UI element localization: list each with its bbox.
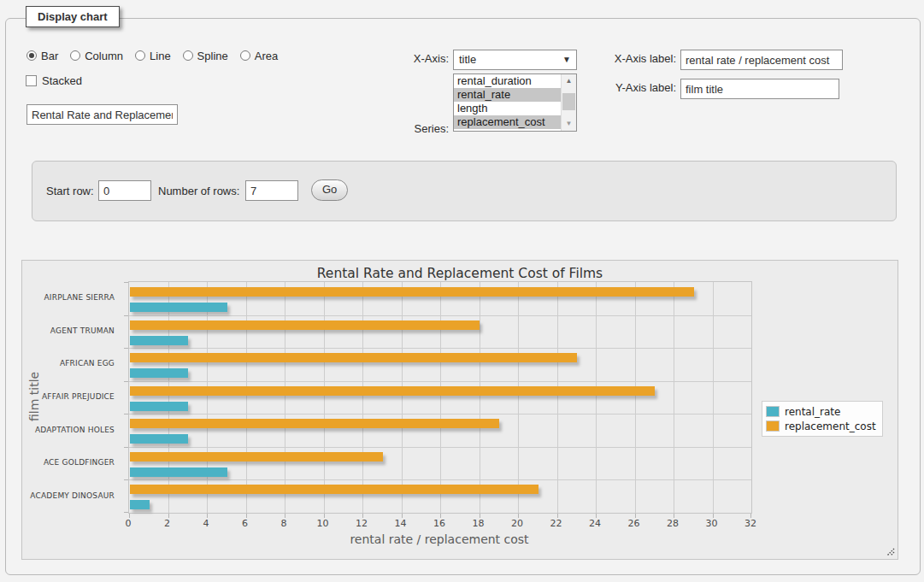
y-category-labels: AIRPLANE SIERRAAGENT TRUMANAFRICAN EGGAF…	[22, 281, 121, 512]
number-of-rows-label: Number of rows:	[158, 182, 239, 201]
gridline-y	[129, 348, 751, 349]
chart-type-radio-column[interactable]	[70, 50, 80, 61]
x-tick-label: 32	[744, 518, 756, 529]
number-of-rows-input[interactable]	[245, 180, 298, 201]
y-axis-tick	[124, 479, 128, 480]
chart-type-label: Spline	[197, 50, 228, 62]
chart-type-radio-area[interactable]	[240, 50, 250, 61]
chart-type-label: Column	[85, 50, 123, 62]
x-axis-select[interactable]: title ▼	[453, 50, 577, 70]
page: Display chart BarColumnLineSplineArea St…	[0, 0, 924, 582]
series-option-length[interactable]: length	[454, 102, 562, 115]
y-axis-tick	[124, 348, 128, 349]
gridline-y	[129, 381, 751, 382]
display-chart-fieldset: BarColumnLineSplineArea Stacked X-Axis: …	[5, 18, 921, 575]
x-tick-label: 30	[706, 518, 718, 529]
gridline-x	[635, 282, 636, 513]
y-axis-tick	[124, 414, 128, 414]
x-axis-label-field-label: X-Axis label:	[570, 50, 676, 68]
legend-label: rental_rate	[785, 406, 840, 418]
x-tick-label: 20	[511, 518, 523, 529]
y-axis-label-input[interactable]	[680, 79, 839, 99]
chart-type-label: Bar	[41, 50, 58, 62]
stacked-checkbox[interactable]	[26, 75, 37, 86]
x-axis-title: rental rate / replacement cost	[128, 532, 750, 546]
y-axis-tick	[124, 447, 128, 448]
gridline-x	[246, 282, 247, 513]
x-axis-label-input[interactable]	[680, 50, 843, 70]
gridline-x	[402, 282, 403, 513]
gridline-x	[480, 282, 480, 513]
chart-type-label: Area	[255, 50, 278, 62]
go-button[interactable]: Go	[311, 179, 348, 201]
series-option-rental_duration[interactable]: rental_duration	[454, 74, 562, 88]
stacked-option[interactable]: Stacked	[26, 72, 82, 91]
y-axis-tick	[124, 512, 128, 513]
bar-rental_rate	[130, 500, 150, 509]
x-tick-label: 4	[203, 518, 209, 529]
y-axis-tick	[124, 315, 128, 316]
gridline-y	[129, 315, 751, 316]
chart-type-option-column[interactable]: Column	[70, 50, 123, 62]
legend-item-replacement_cost: replacement_cost	[766, 419, 876, 433]
resize-grip-icon[interactable]	[886, 547, 895, 556]
bar-rental_rate	[130, 402, 188, 411]
x-tick-label: 10	[317, 518, 329, 529]
y-axis-label-field-label: Y-Axis label:	[570, 79, 676, 97]
bar-rental_rate	[130, 368, 188, 378]
legend-item-rental_rate: rental_rate	[766, 404, 876, 419]
chart-type-radio-bar[interactable]	[26, 50, 37, 61]
x-tick-label: 26	[628, 518, 640, 529]
start-row-input[interactable]	[98, 180, 151, 201]
plot-area	[128, 281, 752, 514]
gridline-x	[674, 282, 674, 513]
bar-replacement_cost	[130, 320, 480, 330]
bar-rental_rate	[130, 467, 227, 477]
bar-replacement_cost	[130, 485, 539, 494]
gridline-x	[557, 282, 558, 513]
x-tick-label: 14	[395, 518, 407, 529]
gridline-x	[596, 282, 597, 513]
chart-type-label: Line	[150, 50, 171, 62]
series-options: rental_durationrental_ratelengthreplacem…	[454, 74, 562, 131]
chart-legend: rental_ratereplacement_cost	[762, 401, 883, 437]
legend-swatch	[766, 406, 780, 417]
x-tick-label: 28	[667, 518, 679, 529]
x-tick-label: 12	[356, 518, 368, 529]
series-option-replacement_cost[interactable]: replacement_cost	[454, 115, 562, 129]
gridline-x	[362, 282, 363, 513]
gridline-x	[440, 282, 441, 513]
chart-type-option-bar[interactable]: Bar	[26, 50, 58, 62]
bar-replacement_cost	[130, 452, 383, 461]
y-category-label: AFFAIR PREJUDICE	[42, 392, 115, 401]
series-option-rental_rate[interactable]: rental_rate	[454, 88, 562, 102]
scroll-down-icon[interactable]: ▼	[562, 117, 576, 131]
x-tick-labels: 02468101214161820222426283032	[128, 518, 750, 530]
bar-rental_rate	[130, 434, 188, 444]
row-controls-panel: Start row: Number of rows: Go	[32, 161, 897, 221]
chart-type-radio-spline[interactable]	[183, 50, 193, 61]
x-tick-label: 22	[550, 518, 562, 529]
y-category-label: ACADEMY DINOSAUR	[30, 491, 115, 500]
y-axis-tick	[124, 282, 128, 283]
chart-type-option-line[interactable]: Line	[135, 50, 171, 62]
gridline-y	[129, 479, 751, 480]
y-category-label: AIRPLANE SIERRA	[44, 293, 115, 302]
chart-type-option-area[interactable]: Area	[240, 50, 278, 62]
bar-rental_rate	[130, 336, 188, 345]
gridline-x	[324, 282, 325, 513]
x-tick-label: 0	[126, 518, 132, 529]
gridline-x	[207, 282, 208, 513]
gridline-x	[518, 282, 519, 513]
chart-type-radio-line[interactable]	[135, 50, 145, 61]
y-category-label: AFRICAN EGG	[60, 359, 115, 367]
gridline-x	[713, 282, 714, 513]
chart-type-option-spline[interactable]: Spline	[183, 50, 228, 62]
chart-type-radio-group: BarColumnLineSplineArea	[26, 47, 290, 64]
chart-title-input[interactable]	[26, 104, 178, 125]
series-multiselect[interactable]: rental_durationrental_ratelengthreplacem…	[453, 73, 577, 132]
bar-rental_rate	[130, 303, 227, 312]
bar-replacement_cost	[130, 287, 694, 297]
bar-replacement_cost	[130, 353, 577, 362]
x-axis-selected-value: title	[459, 53, 476, 66]
